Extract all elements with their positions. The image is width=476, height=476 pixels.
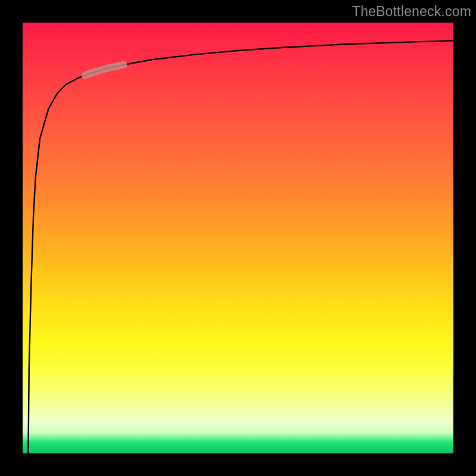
curve-layer <box>23 23 453 453</box>
plot-area <box>23 23 453 453</box>
curve-highlight <box>85 65 124 76</box>
watermark-text: TheBottleneck.com <box>352 4 471 20</box>
curve-line <box>28 40 453 453</box>
chart-stage: TheBottleneck.com <box>0 0 476 476</box>
